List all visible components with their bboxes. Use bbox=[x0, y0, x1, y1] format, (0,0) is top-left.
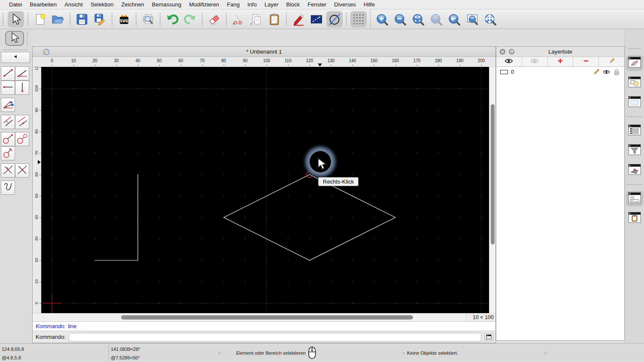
zoom-redraw-button[interactable] bbox=[464, 11, 480, 27]
hide-all-layers-button[interactable] bbox=[522, 57, 548, 66]
menu-fenster[interactable]: Fenster bbox=[304, 1, 330, 8]
detach-command-button[interactable] bbox=[484, 333, 493, 341]
line-relative-angle-button[interactable] bbox=[15, 163, 29, 178]
eye-icon[interactable] bbox=[603, 69, 610, 75]
undo-button[interactable] bbox=[164, 11, 180, 27]
line-bisector-button[interactable] bbox=[1, 98, 15, 112]
toggle-command-line-button[interactable] bbox=[626, 191, 643, 206]
open-file-button[interactable] bbox=[50, 11, 66, 27]
menu-bemassung[interactable]: Bemassung bbox=[148, 1, 185, 8]
menu-hilfe[interactable]: Hilfe bbox=[360, 1, 379, 8]
pan-button[interactable] bbox=[482, 11, 498, 27]
draft-mode-button[interactable] bbox=[326, 11, 343, 27]
select-button[interactable] bbox=[8, 11, 24, 27]
document-titlebar[interactable]: * Unbenannt 1 bbox=[33, 47, 495, 57]
ruler-tick bbox=[395, 64, 396, 66]
save-button[interactable] bbox=[74, 11, 90, 27]
modify-layer-button[interactable] bbox=[599, 57, 624, 66]
ruler-tick bbox=[374, 64, 374, 66]
cut-button[interactable]: + bbox=[230, 11, 246, 27]
vertical-scrollbar[interactable] bbox=[489, 67, 495, 313]
drawing-canvas[interactable]: Rechts-Klick bbox=[41, 67, 489, 313]
toolbar-separator bbox=[346, 13, 347, 26]
line-parallel-button[interactable] bbox=[15, 115, 29, 129]
toggle-layer-list-button[interactable] bbox=[626, 55, 643, 71]
palette-drag-handle[interactable] bbox=[27, 32, 27, 45]
zoom-previous-icon bbox=[448, 13, 461, 26]
paste-button[interactable] bbox=[266, 11, 283, 27]
toolbar-separator bbox=[112, 13, 112, 26]
grid-toggle-button[interactable] bbox=[350, 11, 367, 27]
zoom-out-button[interactable] bbox=[392, 11, 408, 27]
horizontal-scroll-thumb[interactable] bbox=[121, 315, 413, 320]
toggle-selection-filter-button[interactable] bbox=[626, 143, 643, 158]
lock-icon[interactable] bbox=[613, 69, 620, 75]
strip-drag-handle[interactable] bbox=[629, 48, 641, 49]
save-as-button[interactable] bbox=[92, 11, 108, 27]
toggle-command-options-button[interactable] bbox=[626, 123, 643, 139]
menu-datei[interactable]: Datei bbox=[5, 1, 26, 8]
circle-tangent-line-button[interactable] bbox=[1, 146, 15, 160]
zoom-previous-button[interactable] bbox=[446, 11, 462, 27]
menu-block[interactable]: Block bbox=[282, 1, 304, 8]
layer-color-swatch[interactable] bbox=[500, 70, 508, 74]
pencil-icon bbox=[609, 58, 615, 66]
toggle-clipboard-button[interactable] bbox=[626, 211, 643, 226]
layer-window-icon bbox=[628, 56, 641, 70]
close-panel-button[interactable] bbox=[499, 48, 506, 55]
toggle-pen-palette-button[interactable] bbox=[626, 163, 643, 178]
menu-fang[interactable]: Fang bbox=[223, 1, 244, 8]
ruler-tick bbox=[245, 64, 246, 66]
menu-ansicht[interactable]: Ansicht bbox=[61, 1, 87, 8]
zoom-in-button[interactable] bbox=[374, 11, 390, 27]
export-svg-button[interactable]: SVG bbox=[116, 11, 132, 27]
dock-column: Layerliste 0 bbox=[496, 29, 625, 343]
line-freehand-button[interactable] bbox=[1, 181, 15, 195]
back-button[interactable] bbox=[1, 52, 30, 63]
remove-layer-button[interactable] bbox=[573, 57, 599, 66]
undo-icon bbox=[166, 13, 179, 26]
toggle-library-browser-button[interactable] bbox=[626, 95, 643, 110]
select-tool-button[interactable] bbox=[5, 31, 24, 46]
line-vertical-button[interactable] bbox=[15, 81, 29, 95]
menu-zeichnen[interactable]: Zeichnen bbox=[117, 1, 148, 8]
add-layer-button[interactable] bbox=[548, 57, 574, 66]
line-orthogonal-button[interactable] bbox=[1, 163, 15, 178]
pencil-icon[interactable] bbox=[592, 69, 600, 75]
line-horizontal-button[interactable] bbox=[1, 81, 15, 95]
vertical-scroll-thumb[interactable] bbox=[491, 104, 495, 244]
horizontal-ruler: 0102030405060708090100110120130140150160… bbox=[33, 57, 495, 67]
toolbar-separator bbox=[370, 9, 371, 29]
menu-info[interactable]: Info bbox=[243, 1, 261, 8]
circle-tangent-point-button[interactable] bbox=[1, 132, 15, 146]
command-input[interactable] bbox=[69, 333, 481, 341]
line-parallel-icon bbox=[16, 115, 28, 129]
menu-layer[interactable]: Layer bbox=[261, 1, 283, 8]
new-document-button[interactable] bbox=[32, 11, 48, 27]
ruler-tick-label: 200 bbox=[478, 58, 485, 63]
toggle-block-list-button[interactable] bbox=[626, 75, 643, 90]
line-attributes-button[interactable] bbox=[308, 11, 325, 27]
copy-button[interactable]: + bbox=[248, 11, 264, 27]
print-preview-button[interactable] bbox=[140, 11, 156, 27]
palette-drag-handle[interactable] bbox=[3, 49, 27, 50]
line-parallel-through-point-button[interactable] bbox=[1, 115, 15, 129]
zoom-in-icon bbox=[376, 13, 389, 26]
menu-selektion[interactable]: Selektion bbox=[87, 1, 117, 8]
show-all-layers-button[interactable] bbox=[496, 57, 522, 66]
menu-bearbeiten[interactable]: Bearbeiten bbox=[26, 1, 61, 8]
zoom-auto-button[interactable] bbox=[410, 11, 426, 27]
menu-modifizieren[interactable]: Modifizieren bbox=[185, 1, 223, 8]
menu-diverses[interactable]: Diverses bbox=[330, 1, 360, 8]
pen-attributes-button[interactable] bbox=[290, 11, 307, 27]
toolbar-drag-handle[interactable] bbox=[3, 13, 5, 26]
line-two-points-button[interactable] bbox=[1, 66, 15, 81]
line-angle-button[interactable] bbox=[15, 66, 29, 81]
float-panel-button[interactable] bbox=[508, 48, 515, 55]
layer-row[interactable]: 0 bbox=[496, 67, 624, 77]
circle-tangent-circle-button[interactable] bbox=[15, 132, 29, 146]
horizontal-scrollbar[interactable] bbox=[33, 314, 465, 321]
redo-button[interactable] bbox=[182, 11, 198, 27]
delete-selected-button[interactable] bbox=[206, 11, 222, 27]
zoom-window-button[interactable] bbox=[428, 11, 444, 27]
